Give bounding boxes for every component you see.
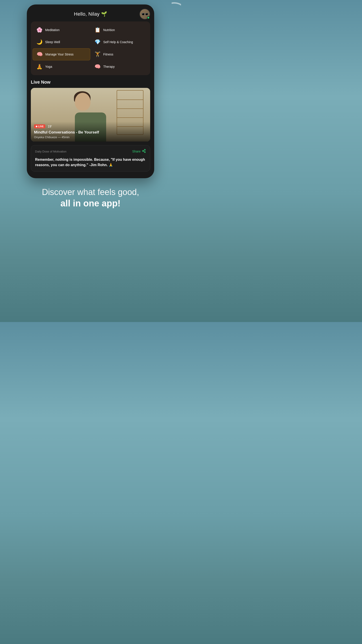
phone-container: Hello, Nilay 🌱 🕶️ 🌸Meditation📋Nutrition🌙… [27,4,154,178]
category-item-nutrition[interactable]: 📋Nutrition [91,24,148,36]
live-title: Mindful Conversations - Be Yourself [34,130,147,134]
live-overlay: LIVE 19' Mindful Conversations - Be Your… [31,122,150,142]
category-icon-meditation: 🌸 [36,26,43,34]
share-label: Share [132,150,141,153]
person-head [75,93,90,111]
live-time: 19' [48,124,52,128]
live-now-title: Live Now [31,80,150,85]
shelf-1 [117,100,143,100]
category-icon-therapy: 🧠 [94,63,101,70]
shelf-3 [117,118,143,118]
category-item-manage-stress[interactable]: 🧠Manage Your Stress [33,48,90,60]
category-item-therapy[interactable]: 🧠Therapy [91,61,148,72]
category-item-meditation[interactable]: 🌸Meditation [33,24,90,36]
svg-line-4 [143,150,144,151]
live-card[interactable]: LIVE 19' Mindful Conversations - Be Your… [31,88,150,142]
header: Hello, Nilay 🌱 🕶️ [31,11,150,17]
motivation-label: Daily Dose of Motivation [35,150,66,153]
category-icon-yoga: 🧘 [36,63,43,70]
motivation-card: Daily Dose of Motivation Share Remember,… [31,145,150,172]
category-icon-nutrition: 📋 [94,26,101,34]
motivation-quote: Remember, nothing is impossible. Because… [35,157,146,168]
category-icon-fitness: 🏋️ [94,51,101,58]
category-item-yoga[interactable]: 🧘Yoga [33,61,90,72]
shelf-2 [117,108,143,109]
share-icon [142,149,146,154]
arc-decoration [161,2,181,29]
tagline-line2: all in one app! [42,198,139,208]
category-label-yoga: Yoga [45,65,52,68]
live-top-row: LIVE 19' [34,124,147,128]
category-icon-sleep-well: 🌙 [36,38,43,46]
category-icon-manage-stress: 🧠 [36,51,43,58]
live-badge: LIVE [34,124,45,128]
live-badge-text: LIVE [38,125,43,128]
category-label-fitness: Fitness [103,52,113,56]
motivation-header: Daily Dose of Motivation Share [35,149,146,154]
host-name: Onyeka Chibueze [34,136,57,139]
live-host: Onyeka Chibueze — 45min [34,136,147,139]
live-duration: 45min [62,136,69,139]
svg-line-3 [143,151,144,152]
categories-grid: 🌸Meditation📋Nutrition🌙Sleep Well💎Self He… [31,22,150,75]
tagline-line1: Discover what feels good, [42,187,139,198]
category-label-self-help: Self Help & Coaching [103,40,133,44]
online-indicator [147,16,150,19]
category-label-meditation: Meditation [45,28,60,32]
category-icon-self-help: 💎 [94,38,101,46]
category-label-nutrition: Nutrition [103,28,115,32]
category-label-therapy: Therapy [103,65,115,68]
avatar-wrapper[interactable]: 🕶️ [139,9,150,20]
tagline-section: Discover what feels good, all in one app… [28,178,152,217]
live-dot [36,126,37,127]
category-label-sleep-well: Sleep Well [45,40,60,44]
category-item-fitness[interactable]: 🏋️Fitness [91,48,148,60]
greeting-text: Hello, Nilay 🌱 [74,11,107,17]
category-item-self-help[interactable]: 💎Self Help & Coaching [91,36,148,48]
category-label-manage-stress: Manage Your Stress [45,52,73,56]
host-separator: — [58,136,62,139]
share-button[interactable]: Share [132,149,146,154]
category-item-sleep-well[interactable]: 🌙Sleep Well [33,36,90,48]
